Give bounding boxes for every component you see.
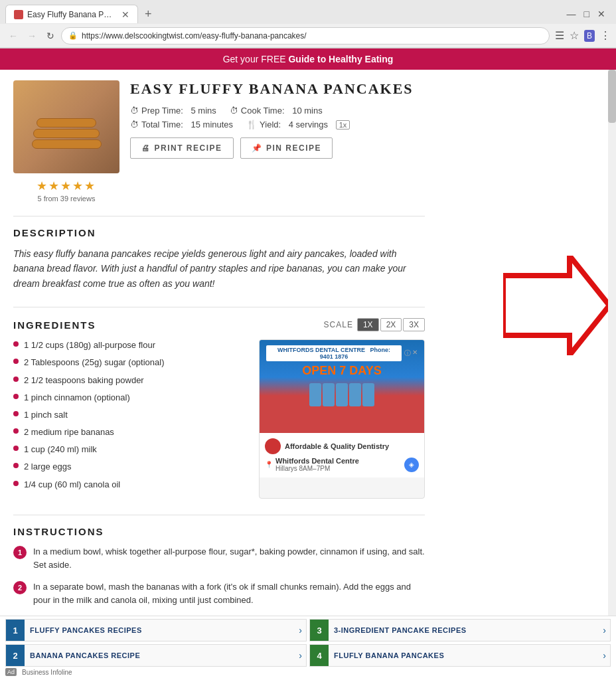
advertisement-block: WHITFORDS DENTAL CENTRE Phone: 9401 1876… — [259, 339, 425, 499]
bottom-ad-arrow-4: › — [599, 650, 610, 661]
bullet-icon — [13, 394, 19, 399]
ad-attribution: Ad Business Infoline — [5, 667, 611, 677]
scrollbar[interactable] — [608, 70, 616, 679]
total-time: ⏱ Total Time: 15 minutes — [130, 120, 233, 129]
ad-logo — [265, 438, 281, 454]
ingredients-title: INGREDIENTS — [13, 319, 96, 331]
ratings-section: ★★★★★ 5 from 39 reviews — [13, 179, 119, 203]
description-section: DESCRIPTION This easy fluffy banana panc… — [13, 216, 425, 291]
list-item: 2 1/2 teaspoons baking powder — [13, 375, 248, 386]
ad-person — [323, 383, 335, 406]
recipe-title: EASY FLUFFY BANANA PANCAKES — [130, 80, 425, 98]
bottom-ad-text-3: 3-INGREDIENT PANCAKE RECIPES — [329, 624, 599, 637]
step-text-2: In a separate bowl, mash the bananas wit… — [33, 580, 425, 606]
nav-right-icons: ☰ ☆ B ⋮ — [555, 29, 611, 42]
tab-close-button[interactable]: ✕ — [121, 9, 129, 20]
scale-1x-button[interactable]: 1X — [357, 318, 379, 331]
ad-person — [336, 383, 348, 406]
announcement-text: Get your FREE Guide to Healthy Eating — [223, 54, 394, 64]
bullet-icon — [13, 341, 19, 347]
clock-icon: ⏱ — [130, 106, 139, 116]
ad-close-icon[interactable]: ✕ — [412, 349, 418, 358]
nav-bar: ← → ↻ 🔒 https://www.delscookingtwist.com… — [0, 24, 616, 48]
ingredients-list: 1 1/2 cups (180g) all-purpose flour 2 Ta… — [13, 339, 248, 499]
back-button[interactable]: ← — [5, 28, 21, 44]
ad-city: Hillarys 8AM–7PM — [275, 465, 359, 472]
tab-title: Easy Fluffy Banana Pancakes - [ — [27, 10, 115, 19]
ad-location: Whitfords Dental Centre — [275, 457, 359, 465]
bottom-ad-item-3[interactable]: 3 3-INGREDIENT PANCAKE RECIPES › — [309, 619, 611, 641]
recipe-image — [13, 80, 119, 173]
list-item: 2 In a separate bowl, mash the bananas w… — [13, 580, 425, 606]
content-column: ★★★★★ 5 from 39 reviews EASY FLUFFY BANA… — [0, 70, 438, 679]
ad-person — [309, 383, 321, 406]
ad-open-text: OPEN 7 DAYS — [302, 364, 381, 378]
maximize-button[interactable]: □ — [584, 9, 589, 19]
bullet-icon — [13, 428, 19, 434]
star-icon[interactable]: ☆ — [570, 29, 579, 42]
step-number-2: 2 — [13, 581, 27, 594]
cook-time: ⏱ Cook Time: 10 mins — [230, 106, 323, 116]
ad-title-row: Affordable & Quality Dentistry — [265, 438, 419, 454]
ingredients-section: INGREDIENTS SCALE 1X 2X 3X 1 1/2 cups (1… — [13, 307, 425, 499]
bottom-ad-arrow-3: › — [599, 625, 610, 636]
extensions-icon[interactable]: B — [584, 30, 595, 42]
url-text: https://www.delscookingtwist.com/easy-fl… — [82, 31, 542, 41]
clock-icon-2: ⏱ — [230, 106, 238, 116]
menu-icon[interactable]: ⋮ — [600, 29, 611, 42]
pancake-layer-3 — [32, 139, 102, 149]
printer-icon: 🖨 — [141, 143, 151, 153]
list-item: 2 large eggs — [13, 461, 248, 473]
list-item: 2 Tablespoons (25g) sugar (optional) — [13, 357, 248, 369]
scale-label: SCALE — [324, 320, 353, 329]
list-item: 1 pinch cinnamon (optional) — [13, 392, 248, 404]
review-count: 5 from 39 reviews — [13, 195, 119, 203]
bottom-ad-num-4: 4 — [310, 645, 329, 666]
bottom-ad-item-1[interactable]: 1 FLUFFY PANCAKES RECIPES › — [5, 619, 307, 641]
page-content: Get your FREE Guide to Healthy Eating ★★ — [0, 48, 616, 679]
ad-badge: Ad — [5, 668, 17, 676]
bullet-icon — [13, 463, 19, 468]
bottom-ad-bar: 1 FLUFFY PANCAKES RECIPES › 3 3-INGREDIE… — [0, 616, 616, 680]
list-item: 1 cup (240 ml) milk — [13, 444, 248, 456]
ad-info-icon[interactable]: ⓘ — [404, 349, 411, 358]
list-item: 2 medium ripe bananas — [13, 426, 248, 438]
step-number-1: 1 — [13, 546, 27, 559]
scale-3x-button[interactable]: 3X — [403, 318, 425, 331]
announcement-bar[interactable]: Get your FREE Guide to Healthy Eating — [0, 48, 616, 70]
ad-people — [309, 383, 374, 406]
directions-icon: ◈ — [409, 461, 414, 468]
yield-badge[interactable]: 1x — [336, 120, 350, 129]
description-text: This easy fluffy banana pancakes recipe … — [13, 246, 425, 291]
forward-button[interactable]: → — [24, 28, 40, 44]
scale-buttons: 1X 2X 3X — [357, 318, 425, 331]
ingredients-header: INGREDIENTS SCALE 1X 2X 3X — [13, 318, 425, 331]
tab-favicon — [14, 10, 23, 19]
bullet-icon — [13, 481, 19, 486]
scale-2x-button[interactable]: 2X — [380, 318, 402, 331]
bookmarks-icon[interactable]: ☰ — [555, 29, 564, 42]
ad-directions-button[interactable]: ◈ — [404, 458, 419, 472]
print-recipe-button[interactable]: 🖨 PRINT RECIPE — [130, 137, 234, 159]
recipe-buttons: 🖨 PRINT RECIPE 📌 PIN RECIPE — [130, 137, 425, 159]
star-rating: ★★★★★ — [13, 179, 119, 193]
address-bar[interactable]: 🔒 https://www.delscookingtwist.com/easy-… — [61, 27, 550, 44]
bottom-ad-item-2[interactable]: 2 BANANA PANCAKES RECIPE › — [5, 644, 307, 667]
pin-recipe-button[interactable]: 📌 PIN RECIPE — [240, 137, 333, 159]
bottom-ad-item-4[interactable]: 4 FLUFLY BANANA PANCAKES › — [309, 644, 611, 667]
clock-icon-3: ⏱ — [130, 120, 139, 129]
browser-chrome: Easy Fluffy Banana Pancakes - [ ✕ + — □ … — [0, 0, 616, 48]
bottom-ad-text-1: FLUFFY PANCAKES RECIPES — [25, 624, 295, 637]
recipe-meta: ⏱ Prep Time: 5 mins ⏱ Cook Time: 10 mins… — [130, 106, 425, 129]
recipe-header: ★★★★★ 5 from 39 reviews EASY FLUFFY BANA… — [13, 80, 425, 203]
active-tab[interactable]: Easy Fluffy Banana Pancakes - [ ✕ — [5, 5, 138, 23]
step-text-1: In a medium bowl, whisk together all-pur… — [33, 545, 425, 571]
close-window-button[interactable]: ✕ — [597, 9, 605, 19]
new-tab-button[interactable]: + — [141, 7, 156, 21]
reload-button[interactable]: ↻ — [42, 28, 58, 44]
svg-marker-0 — [503, 256, 609, 355]
scrollbar-thumb[interactable] — [608, 70, 616, 123]
minimize-button[interactable]: — — [567, 9, 576, 19]
ad-source: Business Infoline — [22, 669, 72, 676]
pancake-illustration — [32, 118, 102, 149]
